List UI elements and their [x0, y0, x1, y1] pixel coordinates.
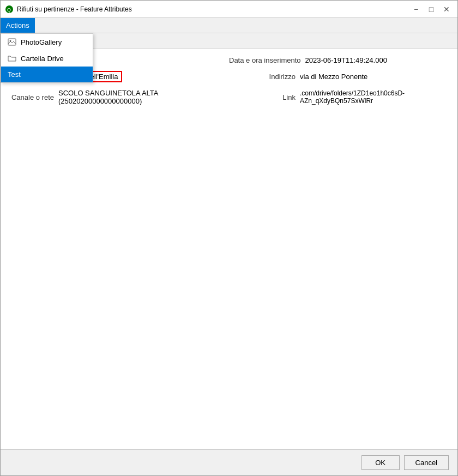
- image-icon: [8, 38, 16, 46]
- content-area: Data e ora inserimento 2023-06-19T11:49:…: [1, 49, 457, 449]
- field-data-ora: Data e ora inserimento 2023-06-19T11:49:…: [229, 55, 449, 65]
- field-link: Link .com/drive/folders/1ZD1eo1h0c6sD-AZ…: [229, 88, 449, 106]
- dropdown-item-photo-gallery[interactable]: PhotoGallery: [1, 34, 93, 50]
- minimize-button[interactable]: −: [409, 3, 423, 16]
- link-label: Link: [229, 93, 300, 101]
- data-ora-value: 2023-06-19T11:49:24.000: [305, 56, 387, 64]
- dropdown-item-cartella-drive[interactable]: Cartella Drive: [1, 50, 93, 67]
- actions-menu[interactable]: Actions: [1, 18, 35, 33]
- app-icon: Q: [5, 5, 14, 14]
- menu-bar: Actions PhotoGallery Cartella Drive Test: [1, 18, 457, 33]
- actions-dropdown: PhotoGallery Cartella Drive Test: [1, 33, 93, 83]
- field-indirizzo: Indirizzo via di Mezzo Ponente: [229, 70, 449, 83]
- title-bar: Q Rifiuti su pertinenze - Feature Attrib…: [1, 1, 457, 18]
- bottom-bar: OK Cancel: [1, 449, 457, 475]
- main-window: Q Rifiuti su pertinenze - Feature Attrib…: [0, 0, 458, 476]
- row-canale-link: Canale o rete SCOLO SANGUINETOLA ALTA (2…: [9, 88, 449, 106]
- dropdown-item-test[interactable]: Test: [1, 67, 93, 82]
- svg-text:Q: Q: [7, 7, 11, 13]
- data-ora-label: Data e ora inserimento: [229, 56, 305, 64]
- link-value: .com/drive/folders/1ZD1eo1h0c6sD-AZn_qXd…: [300, 89, 449, 105]
- svg-rect-2: [8, 39, 16, 45]
- canale-label: Canale o rete: [9, 93, 58, 101]
- canale-value: SCOLO SANGUINETOLA ALTA (250202000000000…: [58, 89, 229, 105]
- ok-button[interactable]: OK: [361, 455, 400, 470]
- window-title: Rifiuti su pertinenze - Feature Attribut…: [17, 5, 132, 13]
- folder-icon: [8, 54, 16, 63]
- close-button[interactable]: ✕: [440, 3, 453, 16]
- indirizzo-value: via di Mezzo Ponente: [300, 73, 367, 81]
- cancel-button[interactable]: Cancel: [404, 455, 449, 470]
- indirizzo-label: Indirizzo: [229, 73, 300, 81]
- field-canale: Canale o rete SCOLO SANGUINETOLA ALTA (2…: [9, 88, 229, 106]
- maximize-button[interactable]: □: [425, 3, 438, 16]
